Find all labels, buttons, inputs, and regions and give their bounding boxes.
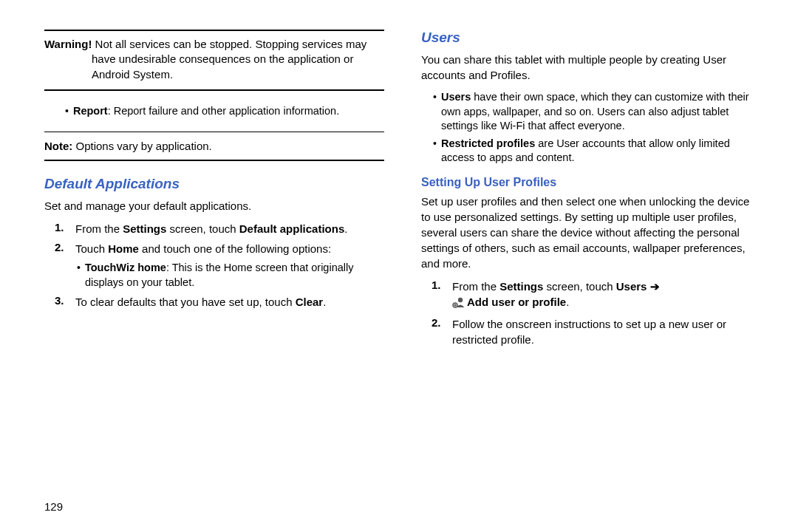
add-user-icon (452, 296, 466, 312)
text: From the (452, 280, 499, 293)
bullet-icon: • (77, 261, 81, 274)
text-bold: Add user or profile (467, 296, 566, 308)
step-number: 1. (55, 221, 68, 233)
text: . (323, 296, 326, 308)
heading-setting-up-user-profiles: Setting Up User Profiles (421, 176, 761, 189)
step-1: 1. From the Settings screen, touch Defau… (55, 221, 384, 236)
left-column: Warning! Not all services can be stopped… (44, 30, 384, 352)
step-number: 2. (55, 241, 68, 253)
step-number: 2. (432, 316, 445, 329)
bullet-icon: • (427, 90, 437, 103)
warning-block: Warning! Not all services can be stopped… (44, 31, 384, 89)
step-2: 2. Touch Home and touch one of the follo… (55, 241, 384, 256)
text: . (344, 222, 347, 235)
note-label: Note: (44, 140, 72, 152)
step-2-bullet: • TouchWiz home: This is the Home screen… (77, 261, 384, 290)
text-bold: Restricted profiles (441, 137, 535, 149)
note-block: Note: Options vary by application. (44, 132, 384, 160)
page-number: 129 (44, 500, 63, 513)
bullet-icon: • (427, 137, 437, 150)
text-bold: Home (108, 242, 139, 255)
profiles-step-2: 2. Follow the onscreen instructions to s… (432, 316, 761, 347)
step-number: 1. (432, 279, 445, 291)
text: . (566, 296, 569, 308)
report-label: Report (73, 105, 108, 117)
svg-point-0 (458, 298, 463, 302)
report-text: : Report failure and other application i… (108, 105, 340, 117)
text-bold: Settings (123, 222, 166, 235)
users-bullet-2: • Restricted profiles are User accounts … (427, 137, 761, 166)
right-column: Users You can share this tablet with mul… (421, 30, 761, 352)
profiles-intro: Set up user profiles and then select one… (421, 194, 761, 271)
step-number: 3. (55, 294, 68, 307)
text: screen, touch (166, 222, 239, 235)
warning-text: Not all services can be stopped. Stoppin… (92, 38, 366, 81)
users-bullet-1: • Users have their own space, which they… (427, 90, 761, 134)
text: screen, touch (543, 280, 615, 293)
text-bold: Settings (499, 280, 543, 293)
text: and touch one of the following options: (139, 242, 331, 255)
divider (44, 160, 384, 161)
users-intro: You can share this tablet with multiple … (421, 52, 761, 83)
text: To clear defaults that you have set up, … (75, 296, 296, 308)
bullet-icon: • (44, 104, 69, 117)
text: From the (75, 222, 123, 235)
arrow-icon: ➔ (647, 280, 659, 293)
text-bold: TouchWiz home (85, 262, 166, 273)
text: have their own space, which they can cus… (441, 91, 749, 132)
report-bullet: • Report: Report failure and other appli… (44, 101, 384, 122)
heading-users: Users (421, 30, 761, 46)
heading-default-applications: Default Applications (44, 176, 384, 192)
text-bold: Users (616, 280, 647, 293)
default-apps-intro: Set and manage your default applications… (44, 198, 384, 214)
text-bold: Users (441, 91, 471, 103)
text: Touch (75, 242, 108, 255)
step-3: 3. To clear defaults that you have set u… (55, 294, 384, 310)
note-text: Options vary by application. (72, 140, 211, 152)
profiles-step-1: 1. From the Settings screen, touch Users… (432, 279, 761, 312)
text-bold: Clear (296, 296, 324, 308)
warning-label: Warning! (44, 38, 92, 50)
text-bold: Default applications (239, 222, 345, 235)
text: Follow the onscreen instructions to set … (452, 316, 761, 347)
